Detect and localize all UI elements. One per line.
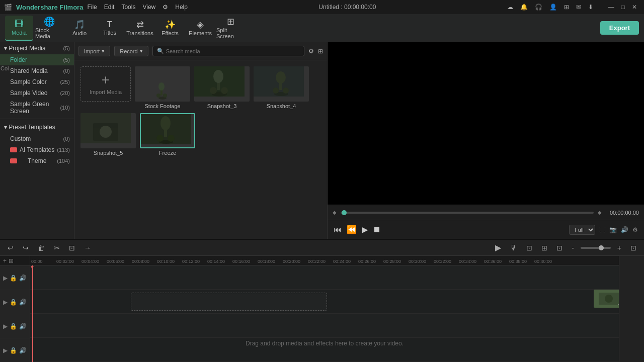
menu-settings[interactable]: ⚙ bbox=[163, 4, 168, 11]
track3-audio-icon[interactable]: 🔊 bbox=[19, 323, 27, 330]
skip-back-button[interactable]: ⏮ bbox=[334, 225, 342, 234]
sample-color-item[interactable]: Sample Color (25) bbox=[0, 76, 74, 87]
sample-color-count: (25) bbox=[60, 79, 70, 85]
timeline: ↩ ↪ 🗑 ✂ ⊡ → ▶ 🎙 ⊡ ⊞ ⊡ - + ⊡ + ⊞ ▶ 🔒 🔊 bbox=[0, 239, 644, 362]
project-media-header[interactable]: ▾ Project Media (5) bbox=[0, 42, 74, 54]
filter-icon[interactable]: ⚙ bbox=[308, 48, 314, 55]
settings-icon[interactable]: ⚙ bbox=[632, 226, 638, 233]
cut-button[interactable]: ✂ bbox=[51, 243, 62, 253]
play-timeline-button[interactable]: ▶ bbox=[493, 242, 504, 253]
ai-templates-item[interactable]: AI Templates (113) bbox=[0, 144, 74, 155]
theme-item[interactable]: Theme (104) bbox=[0, 155, 74, 166]
delete-button[interactable]: 🗑 bbox=[35, 243, 47, 253]
play-controls: ⏮ ⏪ ▶ ⏹ bbox=[334, 225, 381, 234]
maximize-button[interactable]: □ bbox=[618, 3, 628, 12]
close-button[interactable]: ✕ bbox=[629, 3, 640, 12]
media-toolbar: Import ▾ Record ▾ 🔍 ⚙ ⊞ bbox=[74, 42, 327, 60]
menu-view[interactable]: View bbox=[142, 4, 155, 11]
freeze-item[interactable]: Freeze bbox=[140, 113, 195, 156]
headphone-icon[interactable]: 🎧 bbox=[535, 4, 542, 11]
export-button[interactable]: Export bbox=[600, 21, 639, 35]
redo-button[interactable]: ↪ bbox=[20, 243, 31, 253]
search-input[interactable] bbox=[166, 48, 300, 54]
minimize-button[interactable]: — bbox=[605, 3, 617, 12]
snapshot4-item[interactable]: Snapshot_4 bbox=[254, 66, 309, 109]
grid-icon[interactable]: ⊞ bbox=[564, 4, 569, 11]
track4-play-icon[interactable]: ▶ bbox=[3, 347, 8, 354]
snapshot3-item[interactable]: Snapshot_3 bbox=[194, 66, 250, 109]
ruler-mark-13: 00:26:00 bbox=[358, 259, 376, 264]
toolbar-titles[interactable]: T Titles bbox=[96, 16, 124, 41]
import-button[interactable]: Import ▾ bbox=[78, 46, 110, 56]
track1-audio-icon[interactable]: 🔊 bbox=[19, 275, 27, 282]
add-track-button[interactable]: ⊞ bbox=[539, 243, 550, 253]
toolbar-audio[interactable]: 🎵 Audio bbox=[65, 16, 94, 41]
crop-button[interactable]: → bbox=[82, 243, 94, 253]
timeline-playhead[interactable] bbox=[32, 265, 33, 362]
menu-help[interactable]: Help bbox=[175, 4, 188, 11]
scrubber-handle[interactable] bbox=[342, 210, 347, 215]
bell-icon[interactable]: 🔔 bbox=[520, 4, 528, 11]
download-icon[interactable]: ⬇ bbox=[588, 4, 593, 11]
record-button[interactable]: Record ▾ bbox=[114, 46, 148, 56]
track2-lock-icon[interactable]: 🔒 bbox=[10, 299, 17, 306]
ruler-mark-3: 00:06:00 bbox=[107, 259, 124, 264]
transitions-icon: ⇄ bbox=[136, 20, 144, 29]
custom-item[interactable]: Custom (0) bbox=[0, 133, 74, 144]
track2-audio-icon[interactable]: 🔊 bbox=[19, 299, 27, 306]
ruler-mark-1: 00:02:00 bbox=[56, 259, 74, 264]
volume-icon[interactable]: 🔊 bbox=[621, 226, 628, 233]
add-track-icon[interactable]: + bbox=[3, 257, 7, 264]
track2-play-icon[interactable]: ▶ bbox=[3, 299, 8, 306]
play-button[interactable]: ▶ bbox=[362, 225, 368, 234]
toolbar-effects[interactable]: ✨ Effects bbox=[156, 16, 184, 41]
zoom-slider[interactable] bbox=[581, 247, 611, 249]
toolbar-elements-label: Elements bbox=[189, 30, 212, 36]
timeline-content: 00:00 00:02:00 00:04:00 00:06:00 00:08:0… bbox=[30, 256, 619, 362]
import-media-item[interactable]: + Import Media bbox=[78, 64, 133, 111]
message-icon[interactable]: ✉ bbox=[576, 4, 581, 11]
toolbar-split-screen[interactable]: ⊞ Split Screen bbox=[216, 16, 245, 41]
import-chevron-icon: ▾ bbox=[102, 48, 105, 54]
sample-green-screen-item[interactable]: Sample Green Screen (10) bbox=[0, 99, 74, 117]
cloud-icon[interactable]: ☁ bbox=[507, 4, 513, 11]
track4-audio-icon[interactable]: 🔊 bbox=[19, 347, 27, 354]
track3-lock-icon[interactable]: 🔒 bbox=[10, 323, 17, 330]
next-frame-button[interactable]: ⏹ bbox=[373, 225, 381, 234]
title-bar-left: 🎬 Wondershare Filmora File Edit Tools Vi… bbox=[4, 4, 188, 11]
snapshot5-item[interactable]: Snapshot_5 bbox=[80, 113, 136, 156]
snap-button[interactable]: ⊡ bbox=[554, 243, 565, 253]
track1-lock-icon[interactable]: 🔒 bbox=[10, 275, 17, 282]
split-button[interactable]: ⊡ bbox=[66, 243, 77, 253]
record-track-button[interactable]: ⊡ bbox=[524, 243, 535, 253]
preset-templates-header[interactable]: ▾ Preset Templates bbox=[0, 121, 74, 133]
snapshot5-label: Snapshot_5 bbox=[80, 150, 136, 156]
toolbar-transitions[interactable]: ⇄ Transitions bbox=[126, 16, 154, 41]
fit-timeline-button[interactable]: ⊡ bbox=[628, 243, 639, 253]
user-icon[interactable]: 👤 bbox=[549, 4, 557, 11]
menu-file[interactable]: File bbox=[87, 4, 97, 11]
stock-footage-item[interactable]: Stock Footage bbox=[135, 66, 190, 109]
zoom-out-button[interactable]: - bbox=[569, 243, 577, 253]
zoom-in-button[interactable]: + bbox=[615, 243, 624, 253]
sample-video-item[interactable]: Sample Video (20) bbox=[0, 87, 74, 99]
track4-lock-icon[interactable]: 🔒 bbox=[10, 347, 17, 354]
grid-view-icon[interactable]: ⊞ bbox=[318, 48, 323, 55]
track1-play-icon[interactable]: ▶ bbox=[3, 275, 8, 282]
preview-scrubber[interactable] bbox=[341, 212, 594, 214]
fullscreen-icon[interactable]: ⛶ bbox=[599, 226, 605, 233]
menu-edit[interactable]: Edit bbox=[104, 4, 115, 11]
toolbar-elements[interactable]: ◈ Elements bbox=[186, 16, 214, 41]
quality-select[interactable]: Full 1/2 1/4 bbox=[569, 225, 595, 235]
window-title: Untitled : 00:00:00:00 bbox=[318, 4, 376, 11]
track-settings-icon[interactable]: ⊞ bbox=[9, 257, 14, 264]
menu-tools[interactable]: Tools bbox=[121, 4, 135, 11]
clip-thumbnail[interactable]: ↔ bbox=[594, 290, 619, 308]
track3-play-icon[interactable]: ▶ bbox=[3, 323, 8, 330]
screenshot-icon[interactable]: 📷 bbox=[609, 226, 617, 233]
toolbar-media[interactable]: 🎞 Media bbox=[5, 16, 33, 41]
prev-frame-button[interactable]: ⏪ bbox=[347, 225, 357, 234]
audio-track-button[interactable]: 🎙 bbox=[508, 243, 520, 253]
undo-button[interactable]: ↩ bbox=[5, 243, 16, 253]
toolbar-stock-media[interactable]: 🌐 Stock Media bbox=[35, 16, 63, 41]
